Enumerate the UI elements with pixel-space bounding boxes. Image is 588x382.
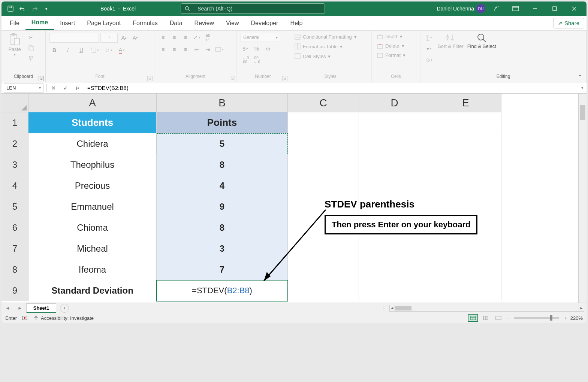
- cell[interactable]: 7: [157, 259, 288, 280]
- user-avatar[interactable]: DU: [476, 4, 485, 13]
- copy-button[interactable]: [26, 43, 36, 52]
- cell[interactable]: Theophilus: [28, 154, 157, 175]
- tab-home[interactable]: Home: [25, 16, 54, 30]
- cell[interactable]: [288, 133, 359, 154]
- worksheet-grid[interactable]: 1 2 3 4 5 6 7 8 9 A B C D E Students Poi…: [1, 94, 587, 303]
- cell-A9[interactable]: Standard Deviation: [28, 280, 157, 301]
- number-dialog-launcher[interactable]: ⇲: [282, 76, 287, 81]
- cell[interactable]: Emmanuel: [28, 196, 157, 217]
- cut-button[interactable]: ✂: [26, 33, 36, 42]
- user-name[interactable]: Daniel Uchenna: [437, 6, 474, 12]
- column-header[interactable]: E: [430, 94, 501, 112]
- name-box[interactable]: LEN▾: [4, 84, 43, 93]
- cell[interactable]: [288, 154, 359, 175]
- sheet-nav-prev[interactable]: ◄: [1, 305, 14, 311]
- column-header[interactable]: D: [359, 94, 430, 112]
- accessibility-status[interactable]: Accessibility: Investigate: [33, 315, 94, 321]
- collapse-ribbon-button[interactable]: ⌃: [578, 74, 582, 80]
- tab-data[interactable]: Data: [164, 17, 189, 30]
- cell[interactable]: 9: [157, 196, 288, 217]
- align-bottom-button[interactable]: ≡: [181, 33, 190, 42]
- paste-button[interactable]: Paste▾: [5, 33, 24, 57]
- cell-styles-button[interactable]: Cell Styles ▾: [293, 52, 332, 60]
- row-header[interactable]: 7: [1, 238, 28, 259]
- row-header[interactable]: 4: [1, 175, 28, 196]
- cell[interactable]: Chioma: [28, 217, 157, 238]
- cell[interactable]: [359, 238, 430, 259]
- increase-decimal-button[interactable]: ←.0.00: [241, 55, 250, 64]
- cell-A1[interactable]: Students: [28, 112, 157, 133]
- decrease-decimal-button[interactable]: .00→.0: [252, 55, 262, 64]
- cell[interactable]: [288, 175, 359, 196]
- cell[interactable]: [359, 112, 430, 133]
- increase-font-button[interactable]: A▴: [119, 33, 129, 42]
- format-as-table-button[interactable]: Format as Table ▾: [293, 43, 344, 50]
- cell[interactable]: [430, 259, 501, 280]
- cell[interactable]: [430, 196, 501, 217]
- increase-indent-button[interactable]: ⇥: [203, 45, 213, 54]
- cell[interactable]: [430, 133, 501, 154]
- bold-button[interactable]: B: [49, 46, 59, 55]
- underline-button[interactable]: U: [76, 46, 86, 55]
- ribbon-mode-icon[interactable]: [507, 3, 524, 14]
- coming-soon-icon[interactable]: [488, 3, 505, 14]
- maximize-button[interactable]: [546, 3, 563, 14]
- close-button[interactable]: [566, 3, 583, 14]
- zoom-slider[interactable]: [514, 317, 559, 319]
- cell[interactable]: 8: [157, 217, 288, 238]
- cell[interactable]: [430, 175, 501, 196]
- align-right-button[interactable]: ≡: [181, 45, 190, 54]
- insert-function-button[interactable]: fx: [72, 84, 84, 93]
- formula-input[interactable]: =STDEV(B2:B8): [84, 85, 578, 91]
- column-header[interactable]: A: [28, 94, 157, 112]
- align-middle-button[interactable]: ≡: [169, 33, 179, 42]
- align-center-button[interactable]: ≡: [169, 45, 179, 54]
- font-dialog-launcher[interactable]: ⇲: [147, 76, 153, 81]
- insert-cells-button[interactable]: Insert ▾: [376, 33, 404, 40]
- format-cells-button[interactable]: Format ▾: [376, 52, 407, 59]
- cell[interactable]: [430, 280, 501, 301]
- tab-view[interactable]: View: [220, 17, 245, 30]
- undo-button[interactable]: [17, 3, 28, 14]
- align-left-button[interactable]: ≡: [158, 45, 168, 54]
- italic-button[interactable]: I: [63, 46, 73, 55]
- share-button[interactable]: ⇗Share: [553, 18, 584, 28]
- font-size-combo[interactable]: [100, 33, 118, 43]
- cell[interactable]: [359, 133, 430, 154]
- new-sheet-button[interactable]: +: [60, 304, 69, 313]
- row-header[interactable]: 2: [1, 133, 28, 154]
- row-header[interactable]: 3: [1, 154, 28, 175]
- view-page-layout-button[interactable]: [481, 314, 491, 322]
- merge-button[interactable]: [214, 45, 224, 54]
- font-name-combo[interactable]: [49, 33, 99, 43]
- cell[interactable]: [288, 238, 359, 259]
- clear-button[interactable]: ◇: [424, 55, 434, 64]
- cell-B1[interactable]: Points: [157, 112, 288, 133]
- align-top-button[interactable]: ≡: [158, 33, 168, 42]
- cancel-formula-button[interactable]: ✕: [48, 84, 60, 93]
- tab-file[interactable]: File: [4, 17, 25, 30]
- cell[interactable]: [288, 112, 359, 133]
- cell-B9-active[interactable]: =STDEV(B2:B8): [157, 280, 288, 301]
- orientation-button[interactable]: ⤢: [192, 33, 202, 42]
- cell[interactable]: Ifeoma: [28, 259, 157, 280]
- tab-review[interactable]: Review: [189, 17, 220, 30]
- cell[interactable]: 3: [157, 238, 288, 259]
- borders-button[interactable]: [90, 46, 100, 55]
- sort-filter-button[interactable]: AZ Sort & Filter: [438, 33, 464, 49]
- search-box[interactable]: Search (Alt+Q): [181, 3, 325, 14]
- accounting-button[interactable]: $: [241, 44, 250, 53]
- zoom-out-button[interactable]: −: [506, 315, 509, 321]
- alignment-dialog-launcher[interactable]: ⇲: [230, 76, 235, 81]
- horizontal-scrollbar[interactable]: ◄►: [389, 305, 584, 312]
- comma-button[interactable]: ო: [263, 44, 273, 53]
- row-header[interactable]: 6: [1, 217, 28, 238]
- cell[interactable]: [430, 112, 501, 133]
- clipboard-dialog-launcher[interactable]: ⇲: [39, 76, 44, 81]
- format-painter-button[interactable]: [26, 54, 36, 63]
- percent-button[interactable]: %: [252, 44, 262, 53]
- font-color-button[interactable]: A: [117, 46, 127, 55]
- sheet-nav-next[interactable]: ►: [14, 305, 26, 311]
- tab-help[interactable]: Help: [284, 17, 308, 30]
- row-header[interactable]: 8: [1, 259, 28, 280]
